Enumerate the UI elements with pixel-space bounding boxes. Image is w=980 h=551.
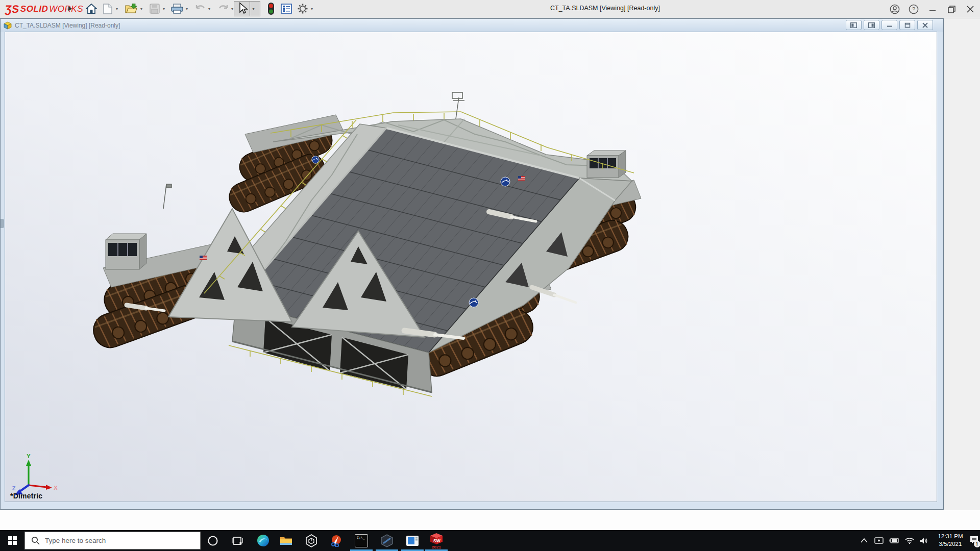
chevron-up-icon	[861, 538, 868, 543]
tray-cast-display[interactable]	[872, 530, 886, 551]
save-caret[interactable]: ▾	[161, 6, 166, 11]
action-center[interactable]: 1	[968, 530, 980, 551]
print-caret[interactable]: ▾	[184, 6, 189, 11]
app-titlebar: ƷS SOLIDWORKS ▾ ▾ ▾	[0, 0, 980, 18]
solidworks-cube-icon: SW	[429, 533, 444, 545]
taskbar-command-prompt[interactable]: C:\_	[351, 530, 372, 551]
panel-splitter-handle[interactable]	[1, 219, 4, 228]
open-button[interactable]	[125, 2, 138, 16]
open-caret[interactable]: ▾	[139, 6, 144, 11]
tray-wifi[interactable]	[903, 530, 916, 551]
document-title: CT_TA.SLDASM [Viewing] [Read-only]	[15, 22, 120, 29]
snip-and-sketch-icon	[330, 535, 342, 547]
save-icon	[150, 4, 160, 14]
doc-close-button[interactable]	[917, 20, 933, 30]
resource-monitor-button[interactable]	[264, 2, 278, 16]
select-tool-active[interactable]: ▾	[234, 1, 260, 16]
triad-y-label: Y	[27, 454, 31, 459]
doc-minimize-icon	[887, 22, 893, 28]
doc-dock-left-button[interactable]	[846, 20, 862, 30]
clock-time: 12:31 PM	[932, 533, 969, 540]
windows-taskbar: C:\_ SW 2021	[0, 530, 980, 551]
brand-solid: SOLID	[20, 4, 48, 14]
taskbar-task-view[interactable]	[227, 530, 248, 551]
save-button-disabled[interactable]	[148, 2, 161, 16]
resource-monitor-icon	[268, 3, 274, 15]
new-document-button[interactable]	[101, 2, 114, 16]
triad-z-label: Z	[12, 485, 16, 491]
close-icon	[967, 6, 974, 13]
tray-battery[interactable]	[888, 530, 901, 551]
battery-charging-icon	[889, 538, 899, 543]
dock-right-icon	[868, 22, 875, 28]
task-view-icon	[232, 536, 243, 546]
taskbar-edge[interactable]	[253, 530, 273, 551]
view-orientation-label: *Dimetric	[10, 492, 42, 500]
taskbar-media-window[interactable]	[402, 530, 423, 551]
undo-button-disabled[interactable]	[193, 2, 207, 16]
account-button[interactable]	[887, 2, 902, 16]
print-button[interactable]	[170, 2, 184, 16]
options-caret[interactable]: ▾	[309, 6, 314, 11]
help-icon: ?	[909, 4, 919, 14]
graphics-viewport[interactable]: Y X Z *Dimetric	[5, 32, 937, 502]
cast-display-icon	[874, 537, 884, 544]
doc-close-icon	[922, 22, 928, 28]
cortana-icon	[207, 535, 218, 546]
tray-hidden-icons[interactable]	[857, 530, 871, 551]
document-titlebar[interactable]: CT_TA.SLDASM [Viewing] [Read-only]	[1, 19, 943, 32]
clock-date: 3/5/2021	[932, 540, 969, 548]
redo-button-disabled[interactable]	[216, 2, 230, 16]
taskbar-search[interactable]	[24, 532, 201, 549]
search-input[interactable]	[45, 537, 178, 544]
3d-viewer-icon	[305, 534, 317, 547]
sw-year: 2021	[429, 545, 444, 549]
doc-dock-right-button[interactable]	[864, 20, 879, 30]
doc-restore-button[interactable]	[899, 20, 915, 30]
select-cursor-icon	[236, 2, 250, 15]
minimize-button[interactable]	[925, 2, 940, 16]
task-pane-icon	[281, 4, 292, 14]
triad-x-label: X	[54, 485, 58, 491]
account-icon	[890, 4, 900, 14]
taskbar-cortana[interactable]	[203, 530, 223, 551]
new-document-caret[interactable]: ▾	[114, 6, 119, 11]
toolbar-flyout-expander[interactable]	[63, 2, 77, 16]
tray-clock[interactable]: 12:31 PM 3/5/2021	[932, 533, 969, 548]
media-window-icon	[406, 535, 419, 546]
search-icon	[31, 536, 40, 545]
options-button[interactable]	[296, 2, 309, 16]
home-icon	[86, 4, 97, 14]
nasa-meatball-logo	[501, 177, 510, 186]
svg-text:?: ?	[912, 6, 915, 12]
document-window: CT_TA.SLDASM [Viewing] [Read-only]	[0, 18, 944, 510]
undo-caret[interactable]: ▾	[207, 6, 212, 11]
file-explorer-icon	[280, 536, 292, 546]
cmd-glyph: C:\_	[357, 536, 365, 540]
close-button[interactable]	[963, 2, 978, 16]
new-document-icon	[103, 4, 112, 14]
taskbar-edrawings[interactable]	[377, 530, 397, 551]
left-cab	[106, 234, 146, 269]
select-tool-caret[interactable]: ▾	[250, 2, 257, 16]
print-icon	[171, 4, 183, 14]
right-cab	[587, 151, 626, 178]
wifi-icon	[905, 537, 914, 544]
help-button[interactable]: ?	[906, 2, 921, 16]
restore-icon	[948, 6, 955, 13]
taskbar-file-explorer[interactable]	[276, 530, 296, 551]
taskbar-solidworks[interactable]: SW 2021	[426, 530, 447, 551]
doc-minimize-button[interactable]	[881, 20, 897, 30]
taskbar-snip-sketch[interactable]	[326, 530, 346, 551]
home-button[interactable]	[85, 2, 98, 16]
taskbar-3d-viewer[interactable]	[301, 530, 322, 551]
tray-volume[interactable]	[917, 530, 930, 551]
nasa-meatball-logo	[312, 156, 319, 163]
restore-button[interactable]	[944, 2, 959, 16]
app-window-title: CT_TA.SLDASM [Viewing] [Read-only]	[550, 5, 660, 12]
edrawings-icon	[380, 534, 394, 547]
task-pane-button[interactable]	[280, 2, 293, 16]
windows-logo-icon	[8, 536, 17, 545]
us-flag-decal	[518, 176, 525, 181]
start-button[interactable]	[0, 530, 24, 551]
